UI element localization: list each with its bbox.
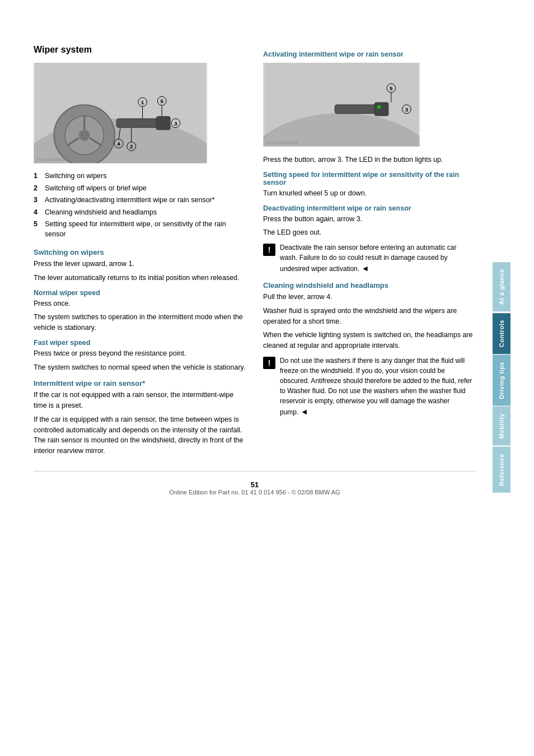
svg-text:3: 3 [174, 120, 177, 127]
setting-speed-text1: Turn knurled wheel 5 up or down. [263, 188, 476, 199]
item-num-4: 4 [34, 208, 41, 218]
deactivating-heading: Deactivating intermittent wipe or rain s… [263, 204, 476, 212]
wiper-diagram-right: 5 3 OYY-C185ISAB1D0S [263, 63, 420, 147]
fast-speed-heading: Fast wiper speed [34, 339, 246, 347]
section-title: Wiper system [34, 45, 246, 55]
svg-rect-9 [156, 116, 170, 130]
sidebar-tab-mobility[interactable]: Mobility [493, 407, 510, 446]
cleaning-warning: Do not use the washers if there is any d… [280, 356, 476, 418]
list-item-1: 1 Switching on wipers [34, 171, 246, 181]
item-num-2: 2 [34, 184, 41, 194]
svg-point-29 [377, 105, 381, 109]
svg-text:OYY-C185ISAB1D0S: OYY-C185ISAB1D0S [37, 158, 68, 161]
left-column: Wiper system [34, 45, 246, 460]
wiper-diagram-left: 1 2 3 4 5 [34, 63, 207, 164]
activating-heading: Activating intermittent wipe or rain sen… [263, 50, 476, 58]
svg-text:3: 3 [405, 106, 409, 113]
setting-speed-heading: Setting speed for intermittent wipe or s… [263, 171, 476, 186]
warning-icon-2: ! [263, 357, 275, 369]
fast-speed-text2: The system switches to normal speed when… [34, 362, 246, 373]
intermittent-text1: If the car is not equipped with a rain s… [34, 390, 246, 411]
page-number: 51 [251, 480, 259, 489]
warning-icon-1: ! [263, 244, 275, 256]
svg-point-4 [79, 130, 90, 141]
intermittent-heading: Intermittent wipe or rain sensor* [34, 379, 246, 388]
warning-box-cleaning: ! Do not use the washers if there is any… [263, 356, 476, 418]
normal-speed-text2: The system switches to operation in the … [34, 312, 246, 333]
right-column: Activating intermittent wipe or rain sen… [263, 45, 476, 460]
sidebar-tab-at-a-glance[interactable]: At a glance [493, 262, 510, 311]
cleaning-text3: When the vehicle lighting system is swit… [263, 330, 476, 351]
item-num-3: 3 [34, 195, 41, 206]
deactivating-text2: The LED goes out. [263, 227, 476, 238]
end-mark-2: ◄ [301, 407, 308, 416]
switching-on-heading: Switching on wipers [34, 248, 246, 256]
item-num-5: 5 [34, 220, 41, 239]
normal-speed-heading: Normal wiper speed [34, 289, 246, 297]
fast-speed-text1: Press twice or press beyond the resistan… [34, 348, 246, 359]
list-item-4: 4 Cleaning windshield and headlamps [34, 208, 246, 218]
warning-box-deactivating: ! Deactivate the rain sensor before ente… [263, 242, 476, 274]
cleaning-text2: Washer fluid is sprayed onto the windshi… [263, 306, 476, 327]
numbered-list: 1 Switching on wipers 2 Switching off wi… [34, 171, 246, 239]
switching-on-text1: Press the lever upward, arrow 1. [34, 259, 246, 269]
cleaning-heading: Cleaning windshield and headlamps [263, 281, 476, 290]
deactivating-warning: Deactivate the rain sensor before enteri… [280, 242, 476, 274]
sidebar-tab-driving-tips[interactable]: Driving tips [493, 355, 510, 406]
list-item-3: 3 Activating/deactivating intermittent w… [34, 195, 246, 206]
svg-text:1: 1 [141, 99, 144, 105]
switching-on-text2: The lever automatically returns to its i… [34, 273, 246, 283]
intermittent-text2: If the car is equipped with a rain senso… [34, 414, 246, 456]
svg-text:OYY-C185ISAB1D0S: OYY-C185ISAB1D0S [266, 141, 298, 144]
activating-text1: Press the button, arrow 3. The LED in th… [263, 155, 476, 165]
list-item-5: 5 Setting speed for intermittent wipe, o… [34, 220, 246, 239]
svg-text:5: 5 [160, 98, 163, 104]
svg-text:4: 4 [117, 141, 120, 147]
deactivating-text1: Press the button again, arrow 3. [263, 214, 476, 225]
item-num-1: 1 [34, 171, 41, 181]
footer-text: Online Edition for Part no. 01 41 0 014 … [169, 489, 340, 496]
footer: 51 Online Edition for Part no. 01 41 0 0… [34, 471, 476, 501]
svg-rect-28 [374, 102, 388, 116]
svg-text:5: 5 [390, 85, 393, 91]
sidebar-tab-reference[interactable]: Reference [493, 447, 510, 493]
end-mark-1: ◄ [361, 264, 369, 273]
normal-speed-text1: Press once. [34, 298, 246, 309]
sidebar-tab-controls[interactable]: Controls [493, 313, 510, 354]
sidebar: At a glance Controls Driving tips Mobili… [493, 0, 510, 756]
cleaning-text1: Pull the lever, arrow 4. [263, 292, 476, 302]
svg-text:2: 2 [130, 143, 133, 150]
list-item-2: 2 Switching off wipers or brief wipe [34, 184, 246, 194]
